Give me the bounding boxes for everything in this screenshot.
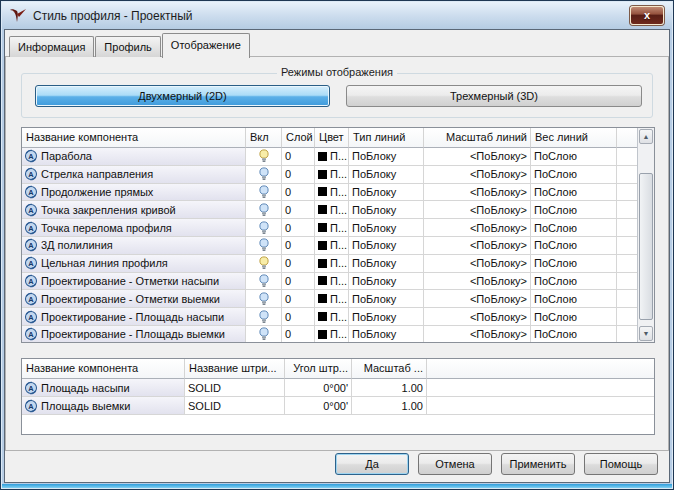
hatch-name-cell[interactable]: A Площадь выемки bbox=[22, 397, 185, 415]
linetype-scale-cell[interactable]: <ПоБлоку> bbox=[424, 255, 531, 273]
component-row[interactable]: A Проектирование - Площадь насыпи bbox=[22, 308, 637, 326]
component-name-cell[interactable]: A Продолжение прямых bbox=[22, 184, 246, 202]
linetype-cell[interactable]: ПоБлоку bbox=[349, 184, 424, 202]
bulb-icon[interactable] bbox=[258, 149, 270, 163]
header-linetype-scale[interactable]: Масштаб линий bbox=[424, 128, 531, 148]
bulb-icon[interactable] bbox=[258, 167, 270, 181]
header-color[interactable]: Цвет bbox=[315, 128, 349, 148]
lineweight-cell[interactable]: ПоСлою bbox=[531, 273, 617, 291]
layer-cell[interactable]: 0 bbox=[282, 326, 315, 343]
visibility-cell[interactable] bbox=[246, 201, 282, 219]
visibility-cell[interactable] bbox=[246, 273, 282, 291]
linetype-cell[interactable]: ПоБлоку bbox=[349, 290, 424, 308]
linetype-cell[interactable]: ПоБлоку bbox=[349, 255, 424, 273]
component-row[interactable]: A Продолжение прямых bbox=[22, 184, 637, 202]
lineweight-cell[interactable]: ПоСлою bbox=[531, 255, 617, 273]
scroll-up-icon[interactable]: ▲ bbox=[639, 129, 653, 144]
layer-cell[interactable]: 0 bbox=[282, 201, 315, 219]
hatch-angle-cell[interactable]: 0°00' bbox=[285, 379, 352, 397]
component-row[interactable]: A Стрелка направления bbox=[22, 166, 637, 184]
hatch-pattern-cell[interactable]: SOLID bbox=[185, 379, 285, 397]
help-button[interactable]: Помощь bbox=[584, 453, 658, 475]
linetype-cell[interactable]: ПоБлоку bbox=[349, 308, 424, 326]
header-linetype[interactable]: Тип линий bbox=[349, 128, 424, 148]
lineweight-cell[interactable]: ПоСлою bbox=[531, 237, 617, 255]
hatch-row[interactable]: A Площадь насыпи SOLID 0°00' 1.00 bbox=[22, 379, 654, 397]
color-cell[interactable]: П... bbox=[315, 201, 349, 219]
component-name-cell[interactable]: A Проектирование - Площадь насыпи bbox=[22, 308, 246, 326]
bulb-icon[interactable] bbox=[258, 292, 270, 306]
bulb-icon[interactable] bbox=[258, 310, 270, 324]
color-cell[interactable]: П... bbox=[315, 237, 349, 255]
visibility-cell[interactable] bbox=[246, 237, 282, 255]
layer-cell[interactable]: 0 bbox=[282, 184, 315, 202]
linetype-scale-cell[interactable]: <ПоБлоку> bbox=[424, 166, 531, 184]
hatch-name-cell[interactable]: A Площадь насыпи bbox=[22, 379, 185, 397]
component-row[interactable]: A Парабола 0 bbox=[22, 148, 637, 166]
linetype-scale-cell[interactable]: <ПоБлоку> bbox=[424, 326, 531, 343]
linetype-scale-cell[interactable]: <ПоБлоку> bbox=[424, 290, 531, 308]
component-row[interactable]: A Точка перелома профиля bbox=[22, 219, 637, 237]
mode-2d-button[interactable]: Двухмерный (2D) bbox=[35, 85, 330, 107]
lineweight-cell[interactable]: ПоСлою bbox=[531, 290, 617, 308]
color-cell[interactable]: П... bbox=[315, 255, 349, 273]
close-icon[interactable]: x bbox=[630, 6, 664, 25]
bulb-icon[interactable] bbox=[258, 256, 270, 270]
layer-cell[interactable]: 0 bbox=[282, 166, 315, 184]
hatch-angle-cell[interactable]: 0°00' bbox=[285, 397, 352, 415]
linetype-scale-cell[interactable]: <ПоБлоку> bbox=[424, 308, 531, 326]
linetype-cell[interactable]: ПоБлоку bbox=[349, 219, 424, 237]
color-cell[interactable]: П... bbox=[315, 308, 349, 326]
linetype-cell[interactable]: ПоБлоку bbox=[349, 273, 424, 291]
component-row[interactable]: A 3Д полилиния 0 bbox=[22, 237, 637, 255]
color-cell[interactable]: П... bbox=[315, 290, 349, 308]
bulb-icon[interactable] bbox=[258, 238, 270, 252]
component-name-cell[interactable]: A Цельная линия профиля bbox=[22, 255, 246, 273]
linetype-scale-cell[interactable]: <ПоБлоку> bbox=[424, 273, 531, 291]
layer-cell[interactable]: 0 bbox=[282, 273, 315, 291]
header-hatch-component[interactable]: Название компонента bbox=[22, 359, 185, 379]
layer-cell[interactable]: 0 bbox=[282, 237, 315, 255]
visibility-cell[interactable] bbox=[246, 148, 282, 166]
visibility-cell[interactable] bbox=[246, 308, 282, 326]
tab-profile[interactable]: Профиль bbox=[95, 36, 161, 57]
lineweight-cell[interactable]: ПоСлою bbox=[531, 219, 617, 237]
tab-display[interactable]: Отображение bbox=[162, 33, 250, 58]
layer-cell[interactable]: 0 bbox=[282, 290, 315, 308]
lineweight-cell[interactable]: ПоСлою bbox=[531, 326, 617, 343]
color-cell[interactable]: П... bbox=[315, 219, 349, 237]
vertical-scrollbar[interactable]: ▲ ▼ bbox=[637, 128, 654, 342]
lineweight-cell[interactable]: ПоСлою bbox=[531, 166, 617, 184]
component-name-cell[interactable]: A Точка закрепления кривой bbox=[22, 201, 246, 219]
bulb-icon[interactable] bbox=[258, 221, 270, 235]
title-bar[interactable]: Стиль профиля - Проектный x bbox=[2, 2, 672, 29]
linetype-scale-cell[interactable]: <ПоБлоку> bbox=[424, 237, 531, 255]
component-name-cell[interactable]: A Проектирование - Площадь выемки bbox=[22, 326, 246, 343]
visibility-cell[interactable] bbox=[246, 219, 282, 237]
visibility-cell[interactable] bbox=[246, 290, 282, 308]
header-component-name[interactable]: Название компонента bbox=[22, 128, 246, 148]
hatch-scale-cell[interactable]: 1.00 bbox=[352, 379, 427, 397]
linetype-scale-cell[interactable]: <ПоБлоку> bbox=[424, 219, 531, 237]
hatch-scale-cell[interactable]: 1.00 bbox=[352, 397, 427, 415]
header-layer[interactable]: Слой bbox=[282, 128, 315, 148]
header-lineweight[interactable]: Вес линий bbox=[531, 128, 617, 148]
bulb-icon[interactable] bbox=[258, 185, 270, 199]
linetype-cell[interactable]: ПоБлоку bbox=[349, 166, 424, 184]
lineweight-cell[interactable]: ПоСлою bbox=[531, 184, 617, 202]
component-name-cell[interactable]: A Проектирование - Отметки выемки bbox=[22, 290, 246, 308]
linetype-scale-cell[interactable]: <ПоБлоку> bbox=[424, 148, 531, 166]
scroll-down-icon[interactable]: ▼ bbox=[639, 326, 653, 341]
component-name-cell[interactable]: A Точка перелома профиля bbox=[22, 219, 246, 237]
component-name-cell[interactable]: A Парабола bbox=[22, 148, 246, 166]
component-name-cell[interactable]: A 3Д полилиния bbox=[22, 237, 246, 255]
linetype-cell[interactable]: ПоБлоку bbox=[349, 148, 424, 166]
lineweight-cell[interactable]: ПоСлою bbox=[531, 148, 617, 166]
visibility-cell[interactable] bbox=[246, 166, 282, 184]
layer-cell[interactable]: 0 bbox=[282, 308, 315, 326]
hatch-pattern-cell[interactable]: SOLID bbox=[185, 397, 285, 415]
header-hatch-scale[interactable]: Масштаб ... bbox=[352, 359, 427, 379]
color-cell[interactable]: П... bbox=[315, 184, 349, 202]
linetype-scale-cell[interactable]: <ПоБлоку> bbox=[424, 184, 531, 202]
visibility-cell[interactable] bbox=[246, 184, 282, 202]
